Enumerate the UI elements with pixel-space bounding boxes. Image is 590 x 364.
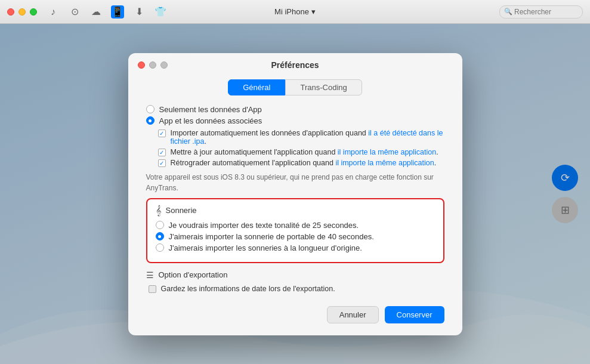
dialog-title: Préférences — [271, 60, 319, 70]
import-type-group: Seulement les données d'App App et les d… — [146, 105, 444, 125]
dialog-minimize-button[interactable] — [149, 61, 156, 69]
sonnerie-25sec[interactable]: Je voudrais importer des texte tonalité … — [156, 221, 435, 230]
checkbox-auto-import[interactable]: ✓ Importer automatiquement les données d… — [158, 129, 444, 146]
radio-25sec-indicator — [156, 221, 164, 229]
maximize-button[interactable] — [30, 8, 37, 16]
sonnerie-header: 𝄞 Sonnerie — [156, 205, 435, 216]
search-wrapper: 🔍 — [499, 5, 583, 18]
radio-app-and-data[interactable]: App et les données associées — [146, 116, 444, 125]
toolbar-icons: ♪ ⊙ ☁ 📱 ⬇ 👕 — [47, 5, 167, 18]
tab-transcoding[interactable]: Trans-Coding — [285, 79, 362, 95]
titlebar: ♪ ⊙ ☁ 📱 ⬇ 👕 Mi iPhone ▾ 🔍 — [0, 0, 590, 24]
cloud-icon[interactable]: ☁ — [89, 5, 103, 18]
dialog-titlebar: Préférences — [128, 53, 462, 75]
shirt-icon[interactable]: 👕 — [154, 5, 167, 18]
window-title: Mi iPhone ▾ — [274, 7, 316, 16]
dialog-maximize-button[interactable] — [160, 61, 168, 69]
radio-40sec-indicator — [156, 232, 164, 240]
info-text: Votre appareil est sous iOS 8.3 ou supér… — [146, 172, 444, 193]
dialog-traffic-lights — [138, 61, 168, 69]
preferences-dialog: Préférences Général Trans-Coding Seuleme… — [128, 53, 462, 335]
music-icon[interactable]: ♪ — [47, 5, 60, 18]
export-checkbox-indicator — [149, 285, 156, 293]
checkboxes-group: ✓ Importer automatiquement les données d… — [158, 129, 444, 167]
tab-general[interactable]: Général — [228, 79, 285, 95]
close-button[interactable] — [7, 8, 14, 16]
export-checkbox-item[interactable]: Gardez les informations de date lors de … — [149, 285, 444, 293]
sonnerie-options: Je voudrais importer des texte tonalité … — [156, 221, 435, 252]
phone-icon[interactable]: 📱 — [111, 5, 124, 18]
checkbox-auto-update[interactable]: ✓ Mettre à jour automatiquement l'applic… — [158, 148, 444, 156]
dialog-body: Seulement les données d'App App et les d… — [128, 105, 462, 293]
dialog-buttons: Annuler Conserver — [128, 300, 462, 323]
traffic-lights — [7, 8, 37, 16]
modal-overlay: Préférences Général Trans-Coding Seuleme… — [0, 24, 590, 364]
ring-icon[interactable]: ⊙ — [68, 5, 81, 18]
sonnerie-icon: 𝄞 — [156, 205, 161, 216]
download-icon[interactable]: ⬇ — [132, 5, 146, 18]
checkbox-auto-downgrade-indicator: ✓ — [158, 159, 166, 167]
radio-only-app[interactable]: Seulement les données d'App — [146, 105, 444, 114]
checkbox-auto-update-indicator: ✓ — [158, 149, 166, 156]
sonnerie-section: 𝄞 Sonnerie Je voudrais importer des text… — [146, 198, 444, 263]
export-header: ☰ Option d'exportation — [146, 270, 444, 280]
checkbox-auto-downgrade[interactable]: ✓ Rétrograder automatiquement l'applicat… — [158, 159, 444, 167]
sonnerie-original[interactable]: J'aimerais importer les sonneries à la l… — [156, 243, 435, 252]
sonnerie-40sec[interactable]: J'aimerais importer la sonnerie de porta… — [156, 232, 435, 241]
cancel-button[interactable]: Annuler — [327, 306, 379, 323]
radio-original-indicator — [156, 243, 164, 252]
radio-only-app-indicator — [146, 105, 155, 113]
export-section: ☰ Option d'exportation Gardez les inform… — [146, 270, 444, 293]
search-icon: 🔍 — [504, 8, 512, 16]
export-icon: ☰ — [146, 270, 154, 280]
radio-app-and-data-indicator — [146, 116, 155, 125]
dialog-close-button[interactable] — [138, 61, 145, 69]
checkbox-auto-import-indicator: ✓ — [158, 129, 166, 137]
dialog-tabs: Général Trans-Coding — [128, 79, 462, 95]
minimize-button[interactable] — [18, 8, 26, 16]
confirm-button[interactable]: Conserver — [385, 306, 444, 323]
